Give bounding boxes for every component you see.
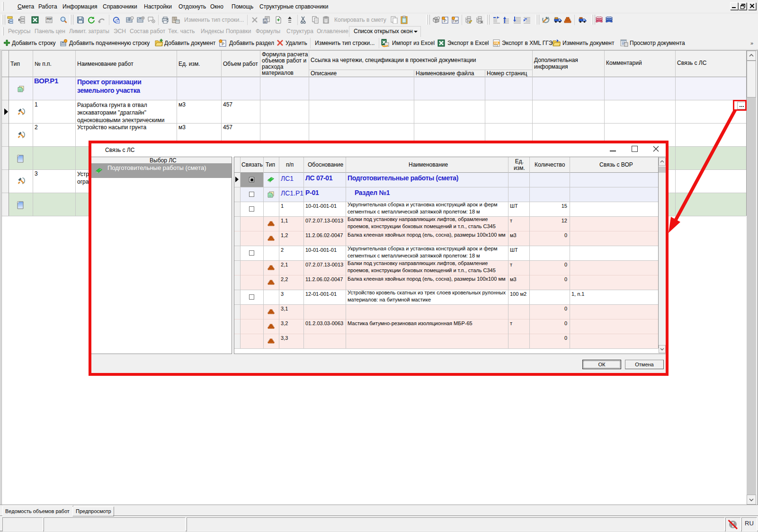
svg-text:PDF: PDF — [47, 18, 53, 20]
svg-text:P: P — [222, 42, 224, 46]
svg-text:ГГЭ: ГГЭ — [494, 44, 499, 47]
